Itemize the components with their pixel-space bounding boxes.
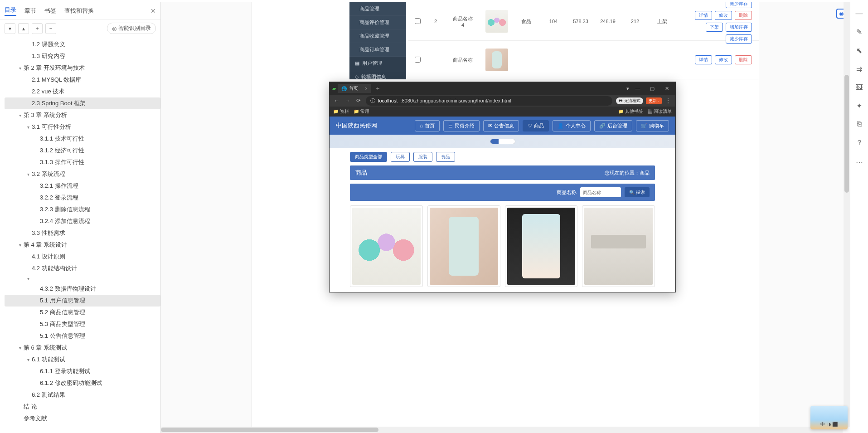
outline-item[interactable]: 3.2.4 添加信息流程 [5,215,160,227]
product-card[interactable] [582,205,655,287]
reading-list[interactable]: ▦ 阅读清单 [648,108,672,115]
outline-item[interactable]: 4.2 功能结构设计 [5,263,160,274]
nav-cart[interactable]: 🛒 购物车 [636,120,669,131]
browser-tab[interactable]: 🌐 首页 × [338,84,371,93]
bookmark-folder[interactable]: 📁 常用 [354,108,369,115]
outline-item[interactable]: ▾3.2 系统流程 [5,168,160,180]
edit-button[interactable]: 修改 [715,55,732,64]
nav-intro[interactable]: ☰ 民俗介绍 [443,120,480,131]
rail-tools-icon[interactable]: ✦ [856,102,862,110]
tab-outline[interactable]: 目录 [5,6,16,16]
rail-more-icon[interactable]: ⋯ [856,158,863,166]
outline-item[interactable]: ▾第 6 章 系统测试 [5,342,160,354]
outline-item[interactable]: ▾第 2 章 开发环境与技术 [5,62,160,74]
outline-item[interactable]: 3.2.2 登录流程 [5,192,160,204]
outline-item[interactable]: ▾第 3 章 系统分析 [5,109,160,121]
outline-item[interactable]: 3.2.1 操作流程 [5,180,160,192]
tab-bookmarks[interactable]: 书签 [44,7,56,15]
menu-user-group[interactable]: ▦用户管理 [349,57,406,70]
sidebar-close-icon[interactable]: ✕ [150,7,156,15]
horizontal-scrollbar[interactable] [161,427,843,433]
nav-goods[interactable]: ♡ 商品 [523,120,549,131]
rail-select-icon[interactable]: ⬉ [856,46,862,55]
outline-item[interactable]: ▾6.1 功能测试 [5,354,160,365]
outline-item[interactable]: 1.2 课题意义 [5,39,160,50]
outline-item[interactable]: 2.1 MYSQL 数据库 [5,74,160,86]
outline-item[interactable]: 2.3 Spring Boot 框架 [5,97,160,109]
rail-page-icon[interactable]: ⎘ [857,120,862,128]
address-bar[interactable]: ⓘ localhost:8080/zhongguoshanximinsuwang… [366,96,612,106]
chip-all[interactable]: 商品类型全部 [350,152,387,162]
update-button[interactable]: 更新 : [646,97,662,104]
search-button[interactable]: 🔍搜索 [625,187,650,197]
outline-item[interactable]: 参考文献 [5,413,160,424]
dec-stock-button[interactable]: 减少库存 [726,2,752,8]
outline-item[interactable]: 6.1.2 修改密码功能测试 [5,377,160,389]
rail-edit-icon[interactable]: ✎ [856,28,862,36]
window-close-icon[interactable]: ✕ [661,84,673,93]
outline-item[interactable]: 6.2 测试结果 [5,389,160,401]
outline-expand-down-icon[interactable]: ▾ [5,23,15,34]
carousel-dots[interactable] [490,139,515,144]
tab-find-replace[interactable]: 查找和替换 [64,7,94,15]
outline-item[interactable]: 1.3 研究内容 [5,50,160,62]
menu-order-manage[interactable]: 商品订单管理 [349,43,406,57]
outline-item[interactable]: 5.1 公告信息管理 [5,330,160,342]
product-card[interactable] [505,205,578,287]
nav-admin[interactable]: 🔗 后台管理 [594,120,632,131]
detail-button[interactable]: 详情 [695,55,712,64]
outline-item[interactable]: 3.1.2 经济可行性 [5,145,160,156]
chip-cloth[interactable]: 服装 [413,152,432,162]
delete-button[interactable]: 删除 [735,11,752,20]
outline-add-icon[interactable]: ＋ [32,23,43,34]
outline-item[interactable]: 5.1 用户信息管理 [5,295,160,307]
menu-review-manage[interactable]: 商品评价管理 [349,16,406,29]
chip-food[interactable]: 食品 [436,152,455,162]
reload-icon[interactable]: ⟳ [355,97,362,104]
smart-outline-button[interactable]: ◎ 智能识别目录 [107,23,156,34]
outline-item[interactable]: ▾3.1 可行性分析 [5,121,160,133]
outline-item[interactable]: 3.2.3 删除信息流程 [5,204,160,215]
outline-item[interactable]: ▾ [5,274,160,283]
tab-chapters[interactable]: 章节 [24,7,36,15]
maximize-icon[interactable]: ▢ [646,84,658,93]
add-stock-button[interactable]: 增加库存 [726,23,752,32]
menu-dots-icon[interactable]: ⋮ [664,97,672,104]
menu-goods-manage[interactable]: 商品管理 [349,2,406,16]
rail-help-icon[interactable]: ？ [856,138,863,148]
dec-stock-button-2[interactable]: 减少库存 [726,34,752,44]
back-icon[interactable]: ← [333,97,340,104]
outline-item[interactable]: 5.3 商品类型管理 [5,318,160,330]
outline-item[interactable]: 6.1.1 登录功能测试 [5,365,160,377]
outline-item[interactable]: 5.2 商品信息管理 [5,307,160,318]
new-tab-icon[interactable]: ＋ [375,84,381,92]
outline-collapse-up-icon[interactable]: ▴ [18,23,29,34]
rail-flow-icon[interactable]: ⇉ [856,65,862,73]
detail-button[interactable]: 详情 [695,11,712,20]
product-card[interactable] [427,205,500,287]
forward-icon[interactable]: → [344,97,351,104]
ime-widget[interactable]: 中 ⁞ ◗ ⬛ [810,406,848,429]
outline-item[interactable]: 3.3 性能需求 [5,227,160,239]
delete-button[interactable]: 删除 [735,55,752,64]
chip-toy[interactable]: 玩具 [391,152,410,162]
edit-button[interactable]: 修改 [715,11,732,20]
outline-item[interactable]: 4.3.2 数据库物理设计 [5,283,160,295]
product-card[interactable] [350,205,423,287]
nav-home[interactable]: ⌂ 首页 [415,120,440,131]
tab-close-icon[interactable]: × [365,86,368,91]
outline-item[interactable]: 结 论 [5,401,160,413]
other-bookmarks[interactable]: 📁 其他书签 [618,108,643,115]
nav-notice[interactable]: ✉ 公告信息 [483,120,519,131]
outline-remove-icon[interactable]: － [45,23,56,34]
rail-image-icon[interactable]: 🖼 [856,83,863,92]
row-checkbox[interactable] [415,57,421,63]
search-input[interactable] [580,187,621,197]
outline-item[interactable]: 4.1 设计原则 [5,251,160,263]
outline-item[interactable]: ▾第 4 章 系统设计 [5,239,160,251]
outline-tree[interactable]: 1.2 课题意义1.3 研究内容▾第 2 章 开发环境与技术2.1 MYSQL … [0,37,160,433]
off-shelf-button[interactable]: 下架 [706,23,723,32]
menu-carousel-group[interactable]: ◇轮播图信息 [349,70,406,79]
rail-minus-icon[interactable]: — [856,10,863,18]
outline-item[interactable]: 2.2 vue 技术 [5,86,160,97]
